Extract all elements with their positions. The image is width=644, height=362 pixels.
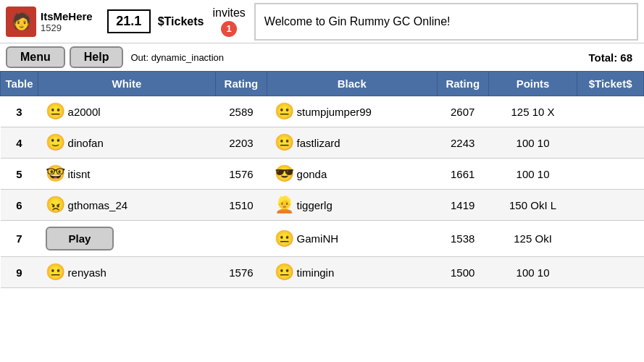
black-avatar-icon: 😐 [275, 102, 294, 121]
menu-button[interactable]: Menu [6, 46, 65, 68]
black-avatar-icon: 😐 [275, 263, 294, 282]
table-number: 7 [1, 221, 38, 257]
white-player-name: renyash [68, 266, 106, 279]
white-rating: 1510 [215, 190, 267, 221]
white-rating [215, 221, 267, 257]
black-player-cell: 😐fastlizard [267, 127, 437, 159]
black-player-name: tiggerlg [297, 199, 333, 211]
black-player-cell: 😐stumpjumper99 [267, 96, 437, 127]
black-rating: 1661 [437, 159, 488, 190]
table-number: 6 [1, 190, 38, 221]
welcome-box: Welcome to Gin Rummy GC Online! [254, 3, 638, 41]
white-player-cell: Play [38, 221, 216, 257]
white-player-name: a2000l [68, 106, 101, 118]
black-player-name: GamiNH [297, 232, 339, 245]
table-number: 9 [1, 257, 38, 288]
table-number: 3 [1, 96, 38, 127]
tickets [577, 257, 644, 288]
black-avatar-icon: 👱 [275, 195, 294, 214]
col-header-tickets: $Ticket$ [577, 72, 644, 96]
black-player-cell: 😎gonda [267, 159, 437, 190]
black-player-name: timingin [297, 266, 335, 279]
table-number: 4 [1, 127, 38, 159]
points: 125 OkI [488, 221, 577, 257]
out-text: Out: dynamic_inaction [130, 52, 224, 63]
points: 100 10 [488, 159, 577, 190]
white-rating: 1576 [215, 159, 267, 190]
white-avatar-icon: 😐 [46, 263, 65, 282]
table-number: 5 [1, 159, 38, 190]
white-rating: 2203 [215, 127, 267, 159]
points: 100 10 [488, 257, 577, 288]
white-player-cell: 😐renyash [38, 257, 216, 288]
white-avatar-icon: 😐 [46, 102, 65, 121]
user-id: 1529 [41, 22, 93, 33]
points: 125 10 X [488, 96, 577, 127]
col-header-points: Points [488, 72, 577, 96]
avatar-area: 🧑 ItsMeHere 1529 [6, 7, 93, 37]
black-avatar-icon: 😐 [275, 133, 294, 152]
white-avatar-icon: 🙂 [46, 133, 65, 152]
black-rating: 1500 [437, 257, 488, 288]
table-row: 6😠gthomas_241510👱tiggerlg1419150 OkI L [1, 190, 644, 221]
white-player-cell: 🙂dinofan [38, 127, 216, 159]
buttons-row: Menu Help Out: dynamic_inaction Total: 6… [0, 43, 644, 71]
black-rating: 2607 [437, 96, 488, 127]
white-player-name: dinofan [68, 137, 104, 149]
black-player-name: stumpjumper99 [297, 106, 372, 118]
black-avatar-icon: 😐 [275, 230, 294, 248]
tickets [577, 159, 644, 190]
table-header-row: Table White Rating Black Rating Points $… [1, 72, 644, 96]
table-row: 4🙂dinofan2203😐fastlizard2243100 10 [1, 127, 644, 159]
points: 100 10 [488, 127, 577, 159]
white-avatar-icon: 😠 [46, 195, 65, 214]
black-avatar-icon: 😎 [275, 164, 294, 183]
col-header-black: Black [267, 72, 437, 96]
black-player-cell: 😐GamiNH [267, 221, 437, 257]
tickets [577, 127, 644, 159]
table-row: 3😐a2000l2589😐stumpjumper992607125 10 X [1, 96, 644, 127]
black-player-cell: 👱tiggerlg [267, 190, 437, 221]
black-rating: 2243 [437, 127, 488, 159]
black-player-name: fastlizard [297, 137, 340, 149]
col-header-rating-black: Rating [437, 72, 488, 96]
white-rating: 1576 [215, 257, 267, 288]
white-player-name: gthomas_24 [68, 199, 128, 211]
username: ItsMeHere [41, 10, 93, 22]
black-rating: 1538 [437, 221, 488, 257]
welcome-text: Welcome to Gin Rummy GC Online! [264, 15, 451, 28]
header: 🧑 ItsMeHere 1529 21.1 $Tickets invites 1… [0, 0, 644, 43]
help-button[interactable]: Help [70, 46, 124, 68]
white-player-name: itisnt [68, 168, 91, 180]
tickets [577, 96, 644, 127]
total-text: Total: 68 [588, 51, 638, 64]
tickets-box: 21.1 [107, 9, 151, 33]
invites-label: invites [212, 7, 245, 20]
tickets [577, 190, 644, 221]
tickets-value: 21.1 [116, 14, 141, 28]
col-header-white: White [38, 72, 216, 96]
tickets [577, 221, 644, 257]
tickets-label: $Tickets [158, 15, 204, 28]
play-button[interactable]: Play [46, 227, 114, 251]
white-rating: 2589 [215, 96, 267, 127]
table-row: 7Play😐GamiNH1538125 OkI [1, 221, 644, 257]
invites-badge[interactable]: 1 [221, 21, 237, 37]
white-player-cell: 🤓itisnt [38, 159, 216, 190]
user-info: ItsMeHere 1529 [41, 10, 93, 33]
white-player-cell: 😐a2000l [38, 96, 216, 127]
invites-area[interactable]: invites 1 [212, 7, 245, 37]
game-table: Table White Rating Black Rating Points $… [0, 71, 644, 288]
table-body: 3😐a2000l2589😐stumpjumper992607125 10 X4🙂… [1, 96, 644, 288]
black-player-name: gonda [297, 168, 327, 180]
white-player-cell: 😠gthomas_24 [38, 190, 216, 221]
white-avatar-icon: 🤓 [46, 164, 65, 183]
avatar: 🧑 [6, 7, 36, 37]
points: 150 OkI L [488, 190, 577, 221]
black-player-cell: 😐timingin [267, 257, 437, 288]
col-header-table: Table [1, 72, 38, 96]
black-rating: 1419 [437, 190, 488, 221]
col-header-rating-white: Rating [215, 72, 267, 96]
table-row: 5🤓itisnt1576😎gonda1661100 10 [1, 159, 644, 190]
table-row: 9😐renyash1576😐timingin1500100 10 [1, 257, 644, 288]
